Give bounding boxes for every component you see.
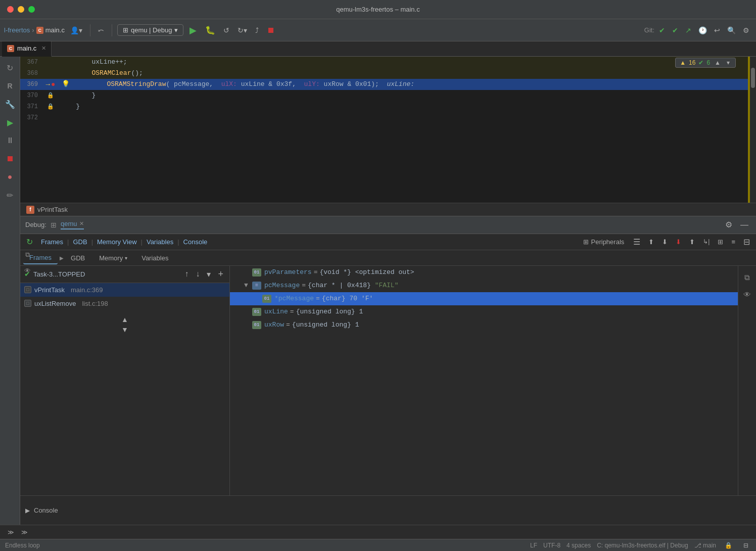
var-deref-pcMessage[interactable]: 01 *pcMessage = {char} 70 'F' <box>230 292 738 305</box>
debug-tab-close[interactable]: ✕ <box>79 220 84 227</box>
stop-btn[interactable]: ⏹ <box>264 24 277 36</box>
debug-list-btn[interactable]: ≡ <box>728 237 738 247</box>
bulb-gutter[interactable]: 💡 <box>58 79 73 90</box>
lock-status-btn[interactable]: 🔒 <box>722 540 735 550</box>
git-arrow-btn[interactable]: ↗ <box>683 25 694 36</box>
breadcrumb-sep: › <box>32 26 34 34</box>
function-icon: f <box>26 206 34 214</box>
debug-cursor-btn[interactable]: ↳| <box>700 237 713 247</box>
more-right-btn[interactable]: ≫ <box>19 527 30 537</box>
editor-scrollbar[interactable] <box>750 57 756 203</box>
close-btn[interactable] <box>7 6 14 13</box>
git-tick-btn[interactable]: ✔ <box>656 25 668 36</box>
var-badge-uxLine: 01 <box>252 308 261 316</box>
debug-grid-btn[interactable]: ⊞ <box>715 237 726 247</box>
debug-tab-icon: ⊞ <box>51 221 57 229</box>
frame-add-btn[interactable]: + <box>216 268 225 281</box>
step-out-btn[interactable]: ⤴ <box>253 25 261 36</box>
debug-nav-console[interactable]: Console <box>180 237 211 247</box>
step-over-btn[interactable]: ↺ <box>221 25 232 36</box>
titlebar: qemu-lm3s-freertos – main.c <box>0 0 756 19</box>
subtab-memory[interactable]: Memory ▾ <box>93 252 133 264</box>
nav-sep-3: | <box>141 238 143 246</box>
sidebar-pen-icon[interactable]: ✏ <box>2 187 18 203</box>
status-extra-btn[interactable]: ⊟ <box>741 540 751 550</box>
history-btn[interactable]: 🕐 <box>696 25 710 36</box>
debug-red-down-btn[interactable]: ⬇ <box>673 237 684 247</box>
debug-down-btn[interactable]: ⬇ <box>659 237 671 247</box>
settings-btn[interactable]: ⚙ <box>740 25 752 36</box>
debug-up-btn[interactable]: ⬆ <box>645 237 657 247</box>
console-expand-icon[interactable]: ▶ <box>25 507 30 514</box>
console-label[interactable]: Console <box>34 507 58 514</box>
sidebar-register-icon[interactable]: R <box>2 78 18 94</box>
sidebar-pause-icon[interactable]: ⏸ <box>2 132 18 149</box>
toolbar-sep-1 <box>90 24 90 36</box>
breadcrumb-file[interactable]: main.c <box>45 26 65 34</box>
var-eq-pvParameters: = <box>314 268 318 276</box>
side-watch-btn[interactable]: 👁 <box>741 287 753 302</box>
debug-gear-btn[interactable]: ⚙ <box>723 218 735 231</box>
watch-btn[interactable]: 👁 <box>22 266 33 278</box>
subtab-gdb[interactable]: GDB <box>65 252 91 264</box>
debug-nav-gdb[interactable]: GDB <box>70 237 90 247</box>
maximize-btn[interactable] <box>28 6 35 13</box>
sidebar-wrench-icon[interactable]: 🔧 <box>2 96 18 112</box>
minimize-btn[interactable] <box>18 6 24 13</box>
frame-up-btn[interactable]: ↑ <box>182 268 191 280</box>
line-content-370: } <box>58 90 756 101</box>
hint-collapse-btn[interactable]: ▾ <box>725 59 731 66</box>
peripherals-btn[interactable]: ⊞ Peripherals <box>579 237 629 247</box>
file-tab-main[interactable]: C main.c ✕ <box>2 41 52 57</box>
debug-menu-btn[interactable]: ☰ <box>630 236 643 248</box>
user-icon-btn[interactable]: 👤▾ <box>68 25 85 36</box>
debug-nav-variables[interactable]: Variables <box>144 237 176 247</box>
gutter-371: 🔒 <box>43 101 58 112</box>
debug-nav-frames[interactable]: Frames <box>38 237 66 247</box>
subtab-variables[interactable]: Variables <box>135 252 174 264</box>
sidebar-refresh-icon[interactable]: ↻ <box>2 60 18 76</box>
side-copy-btn[interactable]: ⧉ <box>742 270 752 285</box>
frame-menu-btn[interactable]: ▾ <box>205 268 213 280</box>
var-expand-pcMessage[interactable]: ▼ <box>244 282 252 289</box>
status-text: Endless loop <box>5 542 40 549</box>
debug-nav-memory-view[interactable]: Memory View <box>94 237 140 247</box>
debug-up2-btn[interactable]: ⬆ <box>686 237 698 247</box>
debug-btn[interactable]: 🐛 <box>203 24 218 36</box>
debug-config-btn[interactable]: ⊞ qemu | Debug ▾ <box>117 24 183 36</box>
editor-scrollbar-thumb[interactable] <box>751 68 755 88</box>
hint-expand-btn[interactable]: ▲ <box>713 59 722 66</box>
debug-refresh-btn[interactable]: ↻ <box>23 236 36 248</box>
debug-minimize-btn[interactable]: — <box>738 218 751 231</box>
sidebar-stop-icon[interactable]: ⏹ <box>2 151 18 167</box>
file-tab-close[interactable]: ✕ <box>41 45 46 52</box>
line-num-372: 372 <box>20 112 43 123</box>
line-num-367: 367 <box>20 57 43 68</box>
var-eq-uxLine: = <box>290 308 294 315</box>
frame-vPrintTask[interactable]: □ vPrintTask main.c:369 <box>20 283 229 297</box>
nav-sep-2: | <box>91 238 93 246</box>
search-btn[interactable]: 🔍 <box>725 25 738 36</box>
undo-btn[interactable]: ↩ <box>712 25 723 36</box>
breadcrumb-project[interactable]: l-freertos <box>4 26 30 34</box>
arrow-icon: → <box>46 79 50 90</box>
scroll-down-btn[interactable]: ▼ <box>119 325 130 335</box>
frame-uxListRemove[interactable]: □ uxListRemove list.c:198 <box>20 297 229 310</box>
file-info-label: C: qemu-lm3s-freertos.elf | Debug <box>597 542 688 549</box>
scroll-up-btn[interactable]: ▲ <box>119 314 130 325</box>
hint-box: ▲ 16 ✔ 6 ▲ ▾ <box>675 58 736 68</box>
file-tab-icon: C <box>7 45 14 52</box>
run-btn[interactable]: ▶ <box>186 24 200 37</box>
git-check-btn[interactable]: ✔ <box>670 25 681 36</box>
frame-name-uxListRemove: uxListRemove <box>34 300 76 307</box>
step-into-btn[interactable]: ↻▾ <box>235 25 250 36</box>
frame-icon-uxListRemove: □ <box>24 300 31 307</box>
lightbulb-icon[interactable]: 💡 <box>62 79 70 90</box>
more-left-btn[interactable]: ≫ <box>5 527 17 537</box>
sidebar-breakpoint-icon[interactable]: ● <box>2 169 18 185</box>
debug-tab-qemu[interactable]: qemu ✕ <box>61 220 84 229</box>
debug-extra-btn[interactable]: ⊟ <box>740 236 753 248</box>
frame-down-btn[interactable]: ↓ <box>194 268 202 280</box>
sidebar-play-icon[interactable]: ▶ <box>2 114 18 130</box>
back-btn[interactable]: ⤺ <box>96 25 107 36</box>
